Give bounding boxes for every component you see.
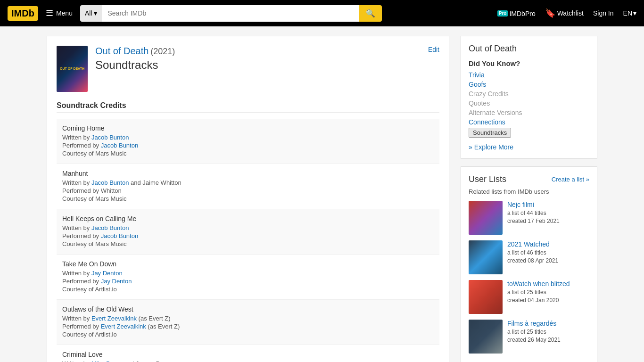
user-lists-section: User Lists Create a list » Related lists… (461, 166, 597, 362)
search-input[interactable] (102, 5, 359, 22)
bookmark-icon: 🔖 (545, 8, 555, 18)
site-header: IMDb ☰ Menu All ▾ 🔍 Pro IMDbPro 🔖 Watchl… (0, 0, 644, 26)
search-bar: All ▾ 🔍 (80, 5, 382, 22)
sidebar-soundtracks-active: Soundtracks (469, 128, 511, 138)
watchlist-label: Watchlist (557, 9, 584, 17)
imdbpro-link[interactable]: Pro IMDbPro (497, 9, 536, 17)
list-info: Films à regardés a list of 25 titles cre… (507, 320, 589, 354)
list-count: a list of 46 titles (507, 249, 589, 257)
search-button[interactable]: 🔍 (359, 5, 382, 22)
soundtrack-section-title: Soundtrack Credits (57, 101, 439, 113)
sidebar-goofs-link[interactable]: Goofs (469, 81, 589, 88)
sidebar-trivia-link[interactable]: Trivia (469, 71, 589, 79)
right-sidebar: Out of Death Did You Know? Trivia Goofs … (461, 36, 597, 362)
list-created: created 04 Jan 2020 (507, 296, 589, 304)
soundtrack-item: Criminal Love Written by Mike Burns and … (57, 345, 439, 362)
list-item: toWatch when blitzed a list of 25 titles… (469, 280, 589, 314)
list-name-link[interactable]: 2021 Watched (507, 240, 589, 248)
list-name-link[interactable]: Films à regardés (507, 320, 589, 327)
list-name-link[interactable]: Nejc filmi (507, 201, 589, 208)
double-chevron-icon: » (469, 143, 472, 151)
movie-header: OUT OF DEATH Out of Death (2021) Soundtr… (57, 46, 439, 92)
list-name-link[interactable]: toWatch when blitzed (507, 280, 589, 288)
language-selector[interactable]: EN ▾ (623, 9, 636, 17)
main-container: OUT OF DEATH Out of Death (2021) Soundtr… (39, 26, 605, 362)
sidebar-quotes: Quotes (469, 99, 589, 107)
list-thumbnail[interactable] (469, 320, 503, 354)
track-performed-by: Performed by Jacob Bunton (62, 232, 434, 239)
performer-link[interactable]: Evert Zeevalkink (101, 323, 146, 330)
sidebar-connections-link[interactable]: Connections (469, 118, 589, 126)
header-right: Pro IMDbPro 🔖 Watchlist Sign In EN ▾ (497, 8, 636, 18)
track-written-by: Written by Mike Burns and Jasper Boer (62, 360, 434, 362)
main-content: OUT OF DEATH Out of Death (2021) Soundtr… (47, 36, 449, 362)
did-you-know-title: Did You Know? (469, 59, 589, 67)
list-count: a list of 25 titles (507, 288, 589, 296)
language-label: EN (623, 9, 632, 17)
hamburger-icon: ☰ (46, 8, 53, 18)
did-you-know-section: Out of Death Did You Know? Trivia Goofs … (461, 36, 597, 159)
track-performed-by: Performed by Evert Zeevalkink (as Evert … (62, 323, 434, 330)
movie-title-link[interactable]: Out of Death (95, 46, 149, 56)
movie-year: (2021) (150, 47, 175, 56)
list-thumbnail[interactable] (469, 240, 503, 274)
track-written-by: Written by Jay Denton (62, 270, 434, 277)
track-courtesy: Courtesy of Mars Music (62, 150, 434, 157)
performer-link[interactable]: Jacob Bunton (101, 232, 139, 239)
edit-button[interactable]: Edit (428, 46, 439, 53)
sidebar-crazy-credits: Crazy Credits (469, 90, 589, 98)
movie-poster[interactable]: OUT OF DEATH (57, 46, 88, 92)
list-count: a list of 44 titles (507, 209, 589, 217)
soundtrack-item: Outlaws of the Old West Written by Evert… (57, 300, 439, 345)
writer-link[interactable]: Jacob Bunton (91, 179, 129, 186)
list-item: Nejc filmi a list of 44 titles created 1… (469, 201, 589, 235)
menu-button[interactable]: ☰ Menu (46, 8, 73, 18)
soundtrack-item: Manhunt Written by Jacob Bunton and Jaim… (57, 164, 439, 209)
user-lists-title: User Lists (469, 174, 506, 184)
performer-link[interactable]: Jay Denton (101, 278, 132, 285)
poster-text: OUT OF DEATH (58, 65, 86, 73)
track-title: Outlaws of the Old West (62, 305, 434, 313)
list-thumbnail[interactable] (469, 201, 503, 235)
list-info: 2021 Watched a list of 46 titles created… (507, 240, 589, 274)
soundtrack-item: Take Me On Down Written by Jay Denton Pe… (57, 255, 439, 300)
imdbpro-logo: Pro IMDbPro (497, 10, 536, 17)
performer-link[interactable]: Jacob Bunton (101, 142, 139, 149)
list-info: toWatch when blitzed a list of 25 titles… (507, 280, 589, 314)
writer-link[interactable]: Jacob Bunton (91, 134, 129, 141)
list-info: Nejc filmi a list of 44 titles created 1… (507, 201, 589, 235)
create-list-link[interactable]: Create a list » (552, 176, 589, 183)
related-lists-subtitle: Related lists from IMDb users (469, 188, 589, 195)
movie-title-area: Out of Death (2021) Soundtracks (95, 46, 421, 72)
track-courtesy: Courtesy of Artlist.io (62, 286, 434, 293)
explore-more-link[interactable]: » Explore More (469, 143, 589, 151)
track-courtesy: Courtesy of Artlist.io (62, 331, 434, 338)
writer-link[interactable]: Evert Zeevalkink (91, 315, 137, 322)
soundtrack-item: Hell Keeps on Calling Me Written by Jaco… (57, 209, 439, 255)
track-courtesy: Courtesy of Mars Music (62, 195, 434, 202)
track-written-by: Written by Evert Zeevalkink (as Evert Z) (62, 315, 434, 322)
imdb-logo[interactable]: IMDb (8, 6, 38, 21)
writer-link[interactable]: Jay Denton (91, 270, 123, 277)
sidebar-movie-title: Out of Death (469, 44, 589, 54)
list-thumbnail[interactable] (469, 280, 503, 314)
track-title: Hell Keeps on Calling Me (62, 215, 434, 222)
writer-link[interactable]: Mike Burns (91, 360, 122, 362)
track-title: Manhunt (62, 170, 434, 177)
list-created: created 17 Feb 2021 (507, 217, 589, 225)
track-performed-by: Performed by Whitton (62, 187, 434, 194)
search-category-label: All (85, 9, 92, 17)
track-performed-by: Performed by Jacob Bunton (62, 142, 434, 149)
search-icon: 🔍 (366, 9, 375, 17)
track-written-by: Written by Jacob Bunton (62, 134, 434, 141)
user-lists-header: User Lists Create a list » (469, 174, 589, 184)
list-count: a list of 25 titles (507, 328, 589, 336)
explore-more-label: Explore More (474, 143, 513, 151)
watchlist-button[interactable]: 🔖 Watchlist (545, 8, 584, 18)
track-performed-by: Performed by Jay Denton (62, 278, 434, 285)
list-created: created 08 Apr 2021 (507, 257, 589, 265)
search-category-dropdown[interactable]: All ▾ (80, 5, 102, 22)
signin-button[interactable]: Sign In (593, 9, 614, 17)
writer-link[interactable]: Jacob Bunton (91, 224, 129, 231)
chevron-down-icon: ▾ (633, 9, 636, 17)
